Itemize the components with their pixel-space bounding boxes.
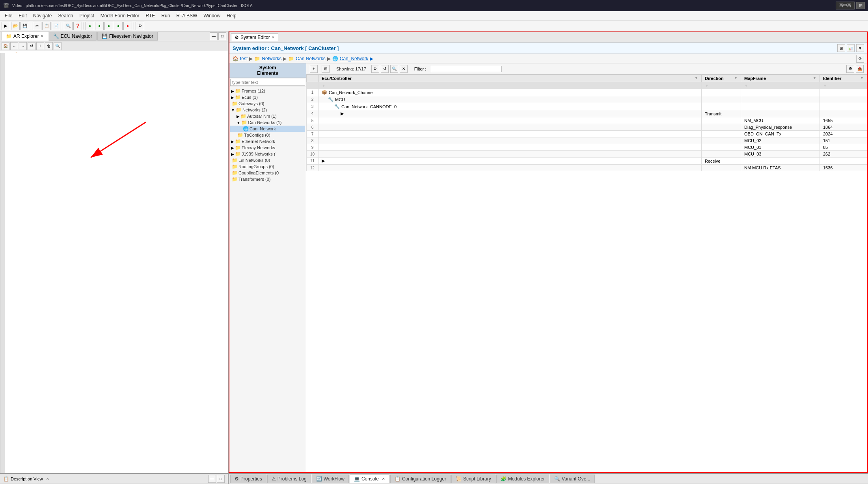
sys-tree-item-7[interactable]: 📁TpConfigs (0) bbox=[230, 132, 305, 138]
panel-maximize-btn[interactable]: □ bbox=[218, 32, 226, 40]
console-tab-properties[interactable]: ⚙Properties bbox=[230, 475, 266, 483]
left-tree-item-0[interactable]: ▼📦test [ AR 4.2.2 ] bbox=[1, 52, 227, 53]
sys-editor-grid-btn[interactable]: ⊞ bbox=[837, 44, 845, 52]
sys-tree-item-12[interactable]: 📁RoutingGroups (0) bbox=[230, 163, 305, 170]
console-tab-modules-explorer[interactable]: 🧩Modules Explorer bbox=[496, 475, 549, 483]
table-row-5[interactable]: 6Diag_Physical_response1864 bbox=[307, 124, 867, 131]
sys-tree-item-4[interactable]: ▶📁Autosar Nm (1) bbox=[230, 113, 305, 119]
menu-item-window[interactable]: Window bbox=[200, 12, 224, 19]
toolbar-btn-10[interactable]: ⚙ bbox=[136, 22, 144, 30]
sys-toggle-1[interactable]: ▶ bbox=[231, 95, 234, 100]
sys-tree-item-6[interactable]: 🌐Can_Network bbox=[230, 126, 305, 132]
breadcrumb-can-networks[interactable]: Can Networks bbox=[296, 56, 325, 61]
sys-toggle-3[interactable]: ▼ bbox=[231, 108, 235, 112]
console-tab-problems-log[interactable]: ⚠Problems Log bbox=[267, 475, 311, 483]
console-tab-console[interactable]: 💻Console✕ bbox=[350, 475, 389, 483]
filter-tools-2[interactable]: ↺ bbox=[381, 65, 389, 73]
sys-tree-item-0[interactable]: ▶📁Frames (12) bbox=[230, 88, 305, 94]
maximize-btn[interactable]: ⊞ bbox=[856, 2, 865, 9]
toolbar-btn-3[interactable]: 💾 bbox=[20, 22, 29, 30]
menu-item-project[interactable]: Project bbox=[76, 12, 97, 19]
toolbar-btn-1[interactable]: ▶ bbox=[2, 22, 10, 30]
sys-tree-item-2[interactable]: 📁Gateways (0) bbox=[230, 100, 305, 107]
console-tab-workflow[interactable]: 🔄WorkFlow bbox=[312, 475, 349, 483]
menu-item-navigate[interactable]: Navigate bbox=[30, 12, 55, 19]
col-mapframe[interactable]: MapFrame ▼ bbox=[741, 75, 820, 82]
toolbar-btn-2[interactable]: 📂 bbox=[11, 22, 20, 30]
console-tab-script-library[interactable]: 📜Script Library bbox=[451, 475, 495, 483]
desc-view-close[interactable]: ✕ bbox=[46, 477, 49, 481]
tree-delete-btn[interactable]: 🗑 bbox=[45, 42, 53, 50]
toolbar-btn-4[interactable]: ✂ bbox=[33, 22, 41, 30]
table-row-2[interactable]: 3🔧Can_Network_CANNODE_0 bbox=[307, 103, 867, 110]
col-ecu-controller[interactable]: Ecu/Controller ▼ bbox=[319, 75, 702, 82]
table-row-4[interactable]: 5NM_MCU1655 bbox=[307, 117, 867, 124]
sys-tree-item-8[interactable]: ▶📁Ethernet Network bbox=[230, 138, 305, 145]
console-tab-close-3[interactable]: ✕ bbox=[382, 477, 385, 481]
desc-maximize-btn[interactable]: □ bbox=[217, 475, 225, 483]
table-row-8[interactable]: 9MCU_0185 bbox=[307, 144, 867, 151]
menu-item-run[interactable]: Run bbox=[158, 12, 173, 19]
sys-tree-item-11[interactable]: 📁Lin Networks (0) bbox=[230, 157, 305, 163]
export-btn[interactable]: 📤 bbox=[856, 65, 864, 73]
col-identifier[interactable]: Identifier ▼ bbox=[820, 75, 867, 82]
expand-row-btn[interactable]: ⊞ bbox=[322, 65, 330, 73]
filter-tools-3[interactable]: 🔍 bbox=[390, 65, 398, 73]
tree-back-btn[interactable]: ← bbox=[10, 42, 18, 50]
desc-minimize-btn[interactable]: — bbox=[208, 475, 216, 483]
tree-refresh-btn[interactable]: ↺ bbox=[28, 42, 35, 50]
tree-forward-btn[interactable]: → bbox=[19, 42, 27, 50]
table-row-1[interactable]: 2🔧MCU bbox=[307, 96, 867, 103]
sys-toggle-5[interactable]: ▼ bbox=[237, 121, 240, 125]
sys-toggle-10[interactable]: ▶ bbox=[231, 152, 234, 156]
menu-item-rte[interactable]: RTE bbox=[143, 12, 158, 19]
sys-tree-item-3[interactable]: ▼📁Networks (2) bbox=[230, 107, 305, 113]
sys-tree-item-10[interactable]: ▶📁J1939 Networks ( bbox=[230, 151, 305, 157]
breadcrumb-networks[interactable]: Networks bbox=[262, 56, 281, 61]
add-row-btn[interactable]: + bbox=[310, 65, 318, 73]
breadcrumb-nav-btn[interactable]: ⟳ bbox=[856, 55, 864, 63]
menu-item-rta-bsw[interactable]: RTA BSW bbox=[173, 12, 200, 19]
table-row-7[interactable]: 8MCU_02151 bbox=[307, 137, 867, 144]
console-tab-variant-ove...[interactable]: 🔍Variant Ove... bbox=[550, 475, 594, 483]
filter-tools-4[interactable]: ✕ bbox=[400, 65, 408, 73]
tab-ecu-navigator[interactable]: 🔧 ECU Navigator bbox=[49, 32, 97, 41]
menu-item-help[interactable]: Help bbox=[224, 12, 240, 19]
toolbar-btn-8[interactable]: ❓ bbox=[73, 22, 82, 30]
breadcrumb-test[interactable]: test bbox=[240, 56, 248, 61]
sys-toggle-8[interactable]: ▶ bbox=[231, 139, 234, 144]
menu-item-search[interactable]: Search bbox=[55, 12, 76, 19]
table-row-0[interactable]: 1📦Can_Network_Channel bbox=[307, 89, 867, 96]
sys-tree-item-13[interactable]: 📁CouplingElements (0 bbox=[230, 170, 305, 176]
sys-toggle-4[interactable]: ▶ bbox=[237, 114, 240, 119]
sys-toggle-0[interactable]: ▶ bbox=[231, 89, 234, 93]
sys-editor-close[interactable]: ✕ bbox=[272, 35, 275, 39]
sys-tree-item-1[interactable]: ▶📁Ecus (1) bbox=[230, 94, 305, 100]
toolbar-btn-5[interactable]: 📋 bbox=[42, 22, 51, 30]
table-row-9[interactable]: 10MCU_03262 bbox=[307, 151, 867, 158]
left-panel-splitter[interactable] bbox=[0, 53, 5, 473]
toolbar-btn-6[interactable]: 📄 bbox=[52, 22, 60, 30]
toolbar-btn-green3[interactable]: ● bbox=[104, 22, 113, 30]
tab-system-editor[interactable]: ⚙ System Editor ✕ bbox=[231, 33, 278, 41]
ar-explorer-close[interactable]: ✕ bbox=[41, 34, 44, 38]
col-settings-btn[interactable]: ⚙ bbox=[846, 65, 854, 73]
filter-input[interactable] bbox=[431, 66, 502, 72]
toolbar-btn-7[interactable]: 🔍 bbox=[64, 22, 73, 30]
sys-editor-chart-btn[interactable]: 📊 bbox=[847, 44, 855, 52]
sys-tree-item-5[interactable]: ▼📁Can Networks (1) bbox=[230, 119, 305, 126]
sys-toggle-9[interactable]: ▶ bbox=[231, 146, 234, 150]
tree-filter-btn[interactable]: 🔍 bbox=[54, 42, 61, 50]
breadcrumb-more[interactable]: ▶ bbox=[370, 56, 373, 61]
col-direction[interactable]: Direction ▼ bbox=[702, 75, 741, 82]
sys-editor-down-btn[interactable]: ▼ bbox=[856, 44, 864, 52]
breadcrumb-can-network[interactable]: Can_Network bbox=[340, 56, 369, 61]
table-row-6[interactable]: 7OBD_ON_CAN_Tx2024 bbox=[307, 131, 867, 137]
toolbar-btn-green4[interactable]: ● bbox=[114, 22, 123, 30]
panel-minimize-btn[interactable]: — bbox=[210, 32, 218, 40]
toolbar-btn-green1[interactable]: ● bbox=[86, 22, 94, 30]
tab-filesystem-navigator[interactable]: 💾 Filesystem Navigator bbox=[97, 32, 158, 41]
tree-home-btn[interactable]: 🏠 bbox=[2, 42, 9, 50]
menu-item-model-form-editor[interactable]: Model Form Editor bbox=[97, 12, 143, 19]
menu-item-edit[interactable]: Edit bbox=[15, 12, 30, 19]
